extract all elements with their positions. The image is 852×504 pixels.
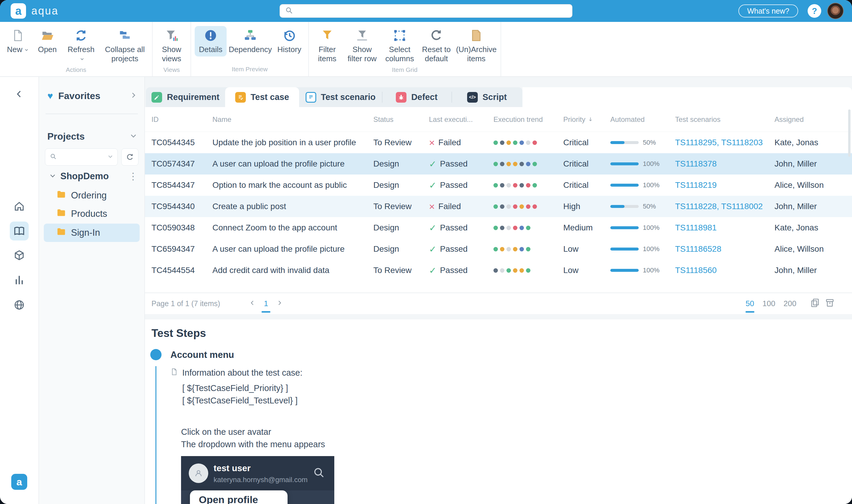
table-row[interactable]: TC0544345Update the job position in a us… — [145, 132, 852, 153]
cell-last-execution: ✓Passed — [429, 265, 493, 276]
page-number[interactable]: 1 — [264, 299, 268, 308]
test-scenario-link[interactable]: TS1118560 — [675, 266, 717, 275]
step-connector-line — [155, 366, 157, 504]
column-header-test-scenarios[interactable]: Test scenarios — [675, 115, 775, 124]
scrollbar-thumb[interactable] — [848, 109, 851, 157]
page-size-100[interactable]: 100 — [762, 299, 775, 308]
test-scenario-link[interactable]: TS1118219 — [675, 180, 717, 190]
collapse-sidebar-button[interactable] — [10, 86, 29, 102]
test-scenario-link[interactable]: TS1118295, TS1118203 — [675, 138, 763, 147]
refresh-button[interactable]: Refresh — [63, 26, 99, 66]
tab-requirement[interactable]: Requirement — [146, 87, 225, 107]
refresh-projects-button[interactable] — [121, 148, 139, 166]
attached-screenshot[interactable]: test user kateryna.hornysh@gmail.com Ope… — [181, 456, 334, 504]
cell-test-scenarios: TS1118981 — [675, 223, 775, 233]
app-window: a aqua What's new? ? New — [0, 0, 852, 504]
tab-script[interactable]: </> Script — [451, 87, 523, 107]
cell-execution-trend — [493, 226, 563, 230]
test-scenario-link[interactable]: TS1118378 — [675, 159, 717, 168]
tab-test-scenario[interactable]: Test scenario — [299, 87, 382, 107]
table-row[interactable]: TC4544554Add credit card with invalid da… — [145, 260, 852, 281]
tab-defect[interactable]: Defect — [382, 87, 451, 107]
test-scenario-link[interactable]: TS11186528 — [675, 244, 721, 253]
test-steps-title: Test Steps — [151, 327, 206, 340]
active-size-underline — [745, 311, 755, 313]
folder-icon — [56, 189, 66, 202]
tab-label: Script — [483, 92, 507, 102]
column-header-execution-trend[interactable]: Execution trend — [493, 115, 563, 124]
prev-page-button[interactable] — [249, 299, 256, 308]
global-search-input[interactable] — [279, 4, 573, 18]
user-avatar[interactable] — [827, 3, 844, 19]
column-header-last-execution[interactable]: Last executi... — [429, 115, 493, 124]
project-node-shopdemo[interactable]: ShopDemo ⋮ — [39, 169, 144, 183]
tab-label: Test scenario — [321, 92, 376, 102]
column-header-name[interactable]: Name — [213, 115, 373, 124]
help-button[interactable]: ? — [808, 4, 821, 18]
projects-header[interactable]: Projects — [39, 129, 144, 143]
cell-id: TC0574347 — [151, 159, 213, 168]
page-size-200[interactable]: 200 — [784, 299, 796, 308]
unarchive-items-button[interactable]: (Un)Archive items — [456, 26, 497, 66]
trend-dot-green — [493, 247, 498, 251]
cell-priority: Critical — [563, 180, 610, 190]
history-button[interactable]: History — [274, 26, 305, 56]
column-header-assigned[interactable]: Assigned — [775, 115, 846, 124]
projects-nav-icon[interactable] — [10, 221, 29, 240]
details-button[interactable]: Details — [195, 26, 226, 56]
new-document-icon — [12, 29, 24, 42]
item-grid: ID Name Status Last executi... Execution… — [145, 107, 852, 314]
table-row[interactable]: TC8544347Option to mark the account as p… — [145, 175, 852, 196]
reset-to-default-button[interactable]: Reset to default — [419, 26, 454, 66]
collapse-all-projects-label: Collapse all projects — [104, 45, 146, 63]
automation-progress-fill — [610, 269, 639, 272]
project-search-input[interactable] — [45, 148, 118, 166]
page-size-options: 50100200 — [745, 299, 796, 308]
show-filter-row-button[interactable]: Show filter row — [344, 26, 380, 66]
cell-priority: Low — [563, 266, 610, 275]
integrations-nav-icon[interactable] — [10, 295, 29, 314]
column-header-id[interactable]: ID — [151, 115, 213, 124]
cell-execution-trend — [493, 247, 563, 251]
select-columns-button[interactable]: Select columns — [382, 26, 417, 66]
filter-items-button[interactable]: Filter items — [312, 26, 342, 66]
copy-grid-icon[interactable] — [810, 298, 820, 310]
whats-new-button[interactable]: What's new? — [738, 4, 798, 17]
column-header-automated[interactable]: Automated — [610, 115, 675, 124]
trend-dot-red — [532, 204, 537, 209]
column-header-priority[interactable]: Priority — [563, 115, 610, 124]
releases-nav-icon[interactable] — [10, 246, 29, 265]
open-button[interactable]: Open — [34, 26, 61, 56]
sidebar-folder-products[interactable]: Products — [44, 205, 140, 222]
trend-dot-orange — [506, 162, 511, 166]
table-row[interactable]: TC9544340Create a public postTo Review×F… — [145, 196, 852, 217]
sidebar-folder-sign-in[interactable]: Sign-In — [44, 223, 140, 242]
archive-view-icon[interactable] — [825, 298, 835, 310]
collapse-all-projects-button[interactable]: Collapse all projects — [101, 26, 148, 66]
description-doc-icon — [170, 368, 178, 378]
sidebar-folder-ordering[interactable]: Ordering — [44, 187, 140, 204]
test-scenario-link[interactable]: TS1118228, TS1118002 — [675, 202, 763, 211]
step-bullet-icon[interactable] — [150, 349, 162, 360]
dependency-button[interactable]: Dependency — [229, 26, 272, 56]
history-clock-icon — [283, 29, 296, 42]
tab-test-case[interactable]: Test case — [225, 87, 299, 107]
toolbar-group-item-preview: Details Dependency History Item Preview — [191, 22, 309, 76]
table-row[interactable]: TC6594347A user can upload the profile p… — [145, 238, 852, 260]
column-header-status[interactable]: Status — [373, 115, 429, 124]
favorites-header[interactable]: ♥ Favorites — [39, 88, 144, 104]
table-row[interactable]: TC0590348Connect Zoom to the app account… — [145, 217, 852, 238]
show-views-button[interactable]: Show views — [156, 26, 187, 66]
aqua-logo-icon[interactable]: a — [11, 3, 26, 19]
table-row[interactable]: TC0574347A user can upload the profile p… — [145, 153, 852, 175]
page-size-50[interactable]: 50 — [745, 299, 754, 308]
new-button[interactable]: New — [3, 26, 32, 56]
next-page-button[interactable] — [276, 299, 283, 308]
test-scenario-link[interactable]: TS1118981 — [675, 223, 717, 232]
kebab-menu-icon[interactable]: ⋮ — [128, 171, 138, 182]
home-icon[interactable] — [10, 197, 29, 216]
trend-dot-red — [513, 204, 518, 209]
filter-items-label: Filter items — [315, 45, 339, 63]
chevron-right-icon — [130, 91, 137, 100]
reports-nav-icon[interactable] — [10, 270, 29, 289]
